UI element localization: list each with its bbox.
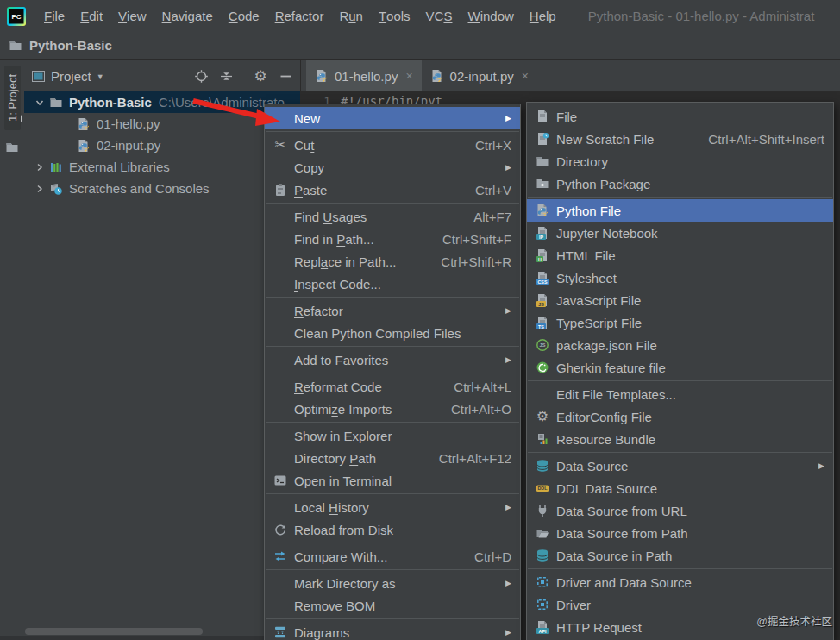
breadcrumb-project[interactable]: Python-Basic (29, 38, 112, 53)
scratches-icon (48, 182, 64, 196)
menu-item-file[interactable]: File (527, 105, 833, 128)
menu-item-paste[interactable]: PasteCtrl+V (265, 179, 520, 201)
close-icon[interactable]: × (522, 69, 529, 83)
menu-item-data-source-in-path[interactable]: Data Source in Path (527, 544, 833, 567)
menu-item-new-scratch-file[interactable]: New Scratch FileCtrl+Alt+Shift+Insert (527, 128, 833, 150)
menu-item-show-in-explorer[interactable]: Show in Explorer (265, 424, 520, 447)
menu-item-clean-python-compiled-files[interactable]: Clean Python Compiled Files (265, 322, 520, 344)
menu-item-package-json-file[interactable]: JSpackage.json File (527, 334, 833, 356)
menu-item-local-history[interactable]: Local History▶ (265, 496, 520, 518)
project-panel-title[interactable]: Project (51, 69, 91, 84)
menu-item-javascript-file[interactable]: JSJavaScript File (527, 289, 833, 311)
folder-open-icon (534, 526, 551, 540)
menu-item-cut[interactable]: ✂CutCtrl+X (265, 134, 520, 156)
menu-item-data-source-from-url[interactable]: Data Source from URL (527, 499, 833, 522)
menu-item-label: Jupyter Notebook (556, 226, 658, 241)
packagejson-icon: JS (534, 338, 551, 352)
chevron-down-icon[interactable] (31, 97, 48, 108)
menu-item-reload-from-disk[interactable]: Reload from Disk (265, 518, 520, 541)
menubar-item-window[interactable]: Window (460, 0, 521, 32)
menubar-item-run[interactable]: Run (331, 0, 371, 32)
menu-item-label: Resource Bundle (556, 432, 655, 447)
svg-text:DDL: DDL (538, 486, 549, 491)
menu-item-new[interactable]: New▶ (265, 107, 520, 129)
svg-text:H: H (538, 257, 542, 262)
menubar-item-tools[interactable]: Tools (371, 0, 418, 32)
tree-item-external-libraries[interactable]: External Libraries (24, 156, 300, 178)
folder-icon (5, 141, 19, 154)
tool-window-button-project[interactable]: 1: Project (4, 66, 21, 130)
menubar-item-code[interactable]: Code (221, 0, 267, 32)
tree-item-01-hello-py[interactable]: 01-hello.py (24, 113, 300, 135)
tree-item-02-input-py[interactable]: 02-input.py (24, 135, 300, 156)
close-icon[interactable]: × (405, 69, 412, 83)
tree-item-label: Scratches and Consoles (69, 181, 210, 196)
chevron-down-icon[interactable]: ▼ (97, 72, 104, 81)
new-submenu: FileNew Scratch FileCtrl+Alt+Shift+Inser… (526, 102, 834, 640)
menu-item-editorconfig-file[interactable]: ⚙EditorConfig File (527, 405, 833, 428)
menu-separator (266, 373, 519, 373)
menu-item-python-package[interactable]: Python Package (527, 173, 833, 195)
menu-item-diagrams[interactable]: Diagrams▶ (265, 621, 520, 640)
menubar-item-vcs[interactable]: VCS (418, 0, 461, 32)
menu-item-stylesheet[interactable]: CSSStylesheet (527, 267, 833, 289)
tree-item-label: External Libraries (69, 160, 170, 174)
menu-item-mark-directory-as[interactable]: Mark Directory as▶ (265, 572, 520, 594)
settings-icon[interactable]: ⚙ (253, 68, 268, 84)
submenu-arrow-icon: ▶ (490, 355, 511, 364)
tree-item-label: 01-hello.py (97, 116, 160, 131)
menubar-item-refactor[interactable]: Refactor (267, 0, 332, 32)
menu-item-replace-in-path[interactable]: Replace in Path...Ctrl+Shift+R (265, 250, 520, 273)
menu-item-driver-and-data-source[interactable]: Driver and Data Source (527, 571, 833, 593)
tree-item-scratches-and-consoles[interactable]: Scratches and Consoles (24, 178, 300, 199)
menu-item-html-file[interactable]: HHTML File (527, 244, 833, 267)
menu-item-copy[interactable]: Copy▶ (265, 156, 520, 179)
menu-shortcut: Ctrl+Alt+F12 (423, 451, 511, 466)
api-icon: API (534, 620, 551, 634)
menubar-item-view[interactable]: View (110, 0, 154, 32)
menu-item-find-in-path[interactable]: Find in Path...Ctrl+Shift+F (265, 228, 520, 250)
menu-item-gherkin-feature-file[interactable]: Gherkin feature file (527, 356, 833, 379)
gherkin-icon (534, 361, 551, 374)
menu-item-edit-file-templates[interactable]: Edit File Templates... (527, 383, 833, 405)
horizontal-scrollbar[interactable] (25, 628, 203, 635)
menu-item-label: Replace in Path... (294, 254, 396, 269)
menu-item-open-in-terminal[interactable]: Open in Terminal (265, 469, 520, 492)
collapse-all-icon[interactable] (218, 68, 234, 84)
menu-item-data-source-from-path[interactable]: Data Source from Path (527, 522, 833, 544)
chevron-right-icon[interactable] (31, 162, 48, 173)
tree-item-python-basic[interactable]: Python-BasicC:\Users\Administrato (24, 91, 300, 113)
menu-item-label: Reload from Disk (294, 523, 393, 537)
menu-item-optimize-imports[interactable]: Optimize ImportsCtrl+Alt+O (265, 398, 520, 420)
menu-item-label: HTTP Request (556, 620, 642, 635)
menubar-item-edit[interactable]: Edit (72, 0, 110, 32)
menu-bar: FileEditViewNavigateCodeRefactorRunTools… (36, 0, 564, 32)
menu-shortcut: Ctrl+D (459, 549, 511, 564)
menu-item-ddl-data-source[interactable]: DDLDDL Data Source (527, 477, 833, 499)
editor-tab-01-hello-py[interactable]: 01-hello.py× (306, 60, 422, 91)
hide-icon[interactable] (278, 68, 293, 84)
menu-item-directory[interactable]: Directory (527, 150, 833, 173)
menu-item-compare-with[interactable]: Compare With...Ctrl+D (265, 545, 520, 568)
folder-icon (534, 154, 551, 168)
menu-item-label: Cut (294, 138, 314, 153)
menubar-item-help[interactable]: Help (522, 0, 564, 32)
menu-item-jupyter-notebook[interactable]: IPJupyter Notebook (527, 222, 833, 244)
menu-item-inspect-code[interactable]: Inspect Code... (265, 273, 520, 295)
menu-item-reformat-code[interactable]: Reformat CodeCtrl+Alt+L (265, 375, 520, 398)
menu-item-find-usages[interactable]: Find UsagesAlt+F7 (265, 205, 520, 228)
locate-icon[interactable] (193, 68, 209, 84)
menu-separator (528, 197, 832, 198)
menu-item-refactor[interactable]: Refactor▶ (265, 299, 520, 322)
menu-item-remove-bom[interactable]: Remove BOM (265, 594, 520, 617)
chevron-right-icon[interactable] (31, 184, 48, 194)
menu-item-directory-path[interactable]: Directory PathCtrl+Alt+F12 (265, 447, 520, 469)
menu-item-python-file[interactable]: Python File (527, 199, 833, 222)
editor-tab-02-input-py[interactable]: 02-input.py× (422, 60, 537, 91)
menu-item-resource-bundle[interactable]: Resource Bundle (527, 428, 833, 450)
menubar-item-file[interactable]: File (36, 0, 72, 32)
menubar-item-navigate[interactable]: Navigate (154, 0, 221, 32)
menu-item-add-to-favorites[interactable]: Add to Favorites▶ (265, 348, 520, 371)
menu-item-data-source[interactable]: Data Source▶ (527, 455, 833, 477)
menu-item-typescript-file[interactable]: TSTypeScript File (527, 311, 833, 334)
